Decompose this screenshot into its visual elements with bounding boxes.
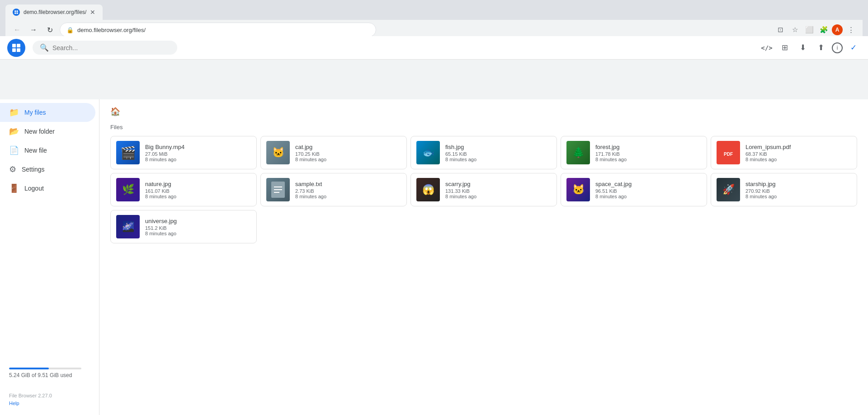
browser-tab-active[interactable]: demo.filebrowser.org/files/ ✕: [5, 5, 103, 20]
tab-group-icon[interactable]: ⬜: [803, 23, 816, 36]
address-bar[interactable]: 🔒: [60, 23, 376, 37]
home-icon[interactable]: 🏠: [110, 107, 120, 117]
file-size: 170.25 KiB: [295, 151, 401, 157]
search-icon: 🔍: [40, 43, 49, 52]
bookmark-icon[interactable]: ☆: [788, 23, 801, 36]
file-card[interactable]: 🚀 starship.jpg 270.92 KiB 8 minutes ago: [711, 173, 857, 206]
svg-rect-1: [17, 10, 18, 12]
file-thumbnail: 🌲: [566, 141, 590, 164]
svg-rect-6: [12, 48, 16, 52]
file-size: 161.07 KiB: [145, 188, 251, 194]
reload-button[interactable]: ↻: [43, 23, 56, 36]
svg-rect-3: [17, 13, 18, 14]
browser-tabs: demo.filebrowser.org/files/ ✕: [5, 4, 863, 20]
profile-button[interactable]: A: [832, 24, 843, 35]
file-size: 270.92 KiB: [745, 188, 851, 194]
code-editor-button[interactable]: </>: [760, 41, 774, 55]
file-thumbnail: 🐱: [566, 178, 590, 201]
url-input[interactable]: [77, 27, 369, 33]
logo-icon: [11, 42, 22, 53]
sidebar-label-new-file: New file: [24, 147, 47, 154]
file-info: scarry.jpg 131.33 KiB 8 minutes ago: [445, 181, 551, 199]
file-date: 8 minutes ago: [445, 157, 551, 162]
back-button[interactable]: ←: [11, 23, 24, 36]
sidebar-item-my-files[interactable]: 📁 My files: [0, 103, 95, 122]
file-card[interactable]: 😱 scarry.jpg 131.33 KiB 8 minutes ago: [410, 173, 557, 206]
check-button[interactable]: ✓: [846, 41, 861, 55]
file-thumbnail: 🐱: [266, 141, 290, 164]
lock-icon: 🔒: [66, 27, 74, 33]
extension-icon[interactable]: 🧩: [817, 23, 830, 36]
sidebar-label-new-folder: New folder: [24, 128, 55, 135]
file-thumbnail: PDF: [717, 141, 740, 164]
file-name: sample.txt: [295, 181, 401, 187]
file-date: 8 minutes ago: [745, 194, 851, 199]
sidebar-item-logout[interactable]: 🚪 Logout: [0, 179, 95, 198]
file-card[interactable]: 🐟 fish.jpg 65.15 KiB 8 minutes ago: [410, 136, 557, 169]
image-thumb-icon: 🐱: [272, 147, 284, 159]
file-thumbnail: 🐟: [416, 141, 440, 164]
image-thumb-icon: 🐟: [422, 147, 434, 159]
image-thumb-icon: 🌲: [572, 147, 585, 159]
file-size: 2.73 KiB: [295, 188, 401, 194]
main-layout: 📁 My files 📂 New folder 📄 New file ⚙ Set…: [0, 99, 868, 415]
menu-button[interactable]: ⋮: [844, 23, 857, 36]
file-date: 8 minutes ago: [145, 157, 251, 162]
file-info: forest.jpg 171.78 KiB 8 minutes ago: [595, 144, 701, 162]
folder-plus-icon: 📂: [9, 126, 19, 136]
sidebar-item-new-folder[interactable]: 📂 New folder: [0, 122, 95, 141]
file-date: 8 minutes ago: [445, 194, 551, 199]
svg-rect-7: [17, 48, 20, 52]
file-card[interactable]: PDF Lorem_ipsum.pdf 68.37 KiB 8 minutes …: [711, 136, 857, 169]
file-thumbnail: 🌿: [116, 178, 140, 201]
browser-chrome: demo.filebrowser.org/files/ ✕ ← → ↻ 🔒 ⊡ …: [0, 0, 868, 40]
image-thumb-icon: 🌿: [122, 184, 134, 196]
grid-view-button[interactable]: ⊞: [778, 41, 792, 55]
file-card[interactable]: 🌿 nature.jpg 161.07 KiB 8 minutes ago: [110, 173, 257, 206]
file-size: 96.51 KiB: [595, 188, 701, 194]
translate-icon[interactable]: ⊡: [774, 23, 787, 36]
file-info: Big Bunny.mp4 27.05 MiB 8 minutes ago: [145, 144, 251, 162]
file-thumbnail: 🌌: [116, 215, 140, 238]
file-size: 27.05 MiB: [145, 151, 251, 157]
svg-rect-2: [14, 13, 16, 14]
file-thumbnail: 🚀: [717, 178, 740, 201]
file-card[interactable]: 🌲 forest.jpg 171.78 KiB 8 minutes ago: [561, 136, 707, 169]
files-section-label: Files: [110, 124, 857, 131]
file-name: nature.jpg: [145, 181, 251, 187]
file-card[interactable]: sample.txt 2.73 KiB 8 minutes ago: [260, 173, 407, 206]
file-card[interactable]: 🎬 Big Bunny.mp4 27.05 MiB 8 minutes ago: [110, 136, 257, 169]
file-info: space_cat.jpg 96.51 KiB 8 minutes ago: [595, 181, 701, 199]
help-link[interactable]: Help: [9, 401, 19, 406]
toolbar-actions: ⊡ ☆ ⬜ 🧩 A ⋮: [774, 23, 857, 36]
file-date: 8 minutes ago: [145, 194, 251, 199]
forward-button[interactable]: →: [27, 23, 40, 36]
file-name: cat.jpg: [295, 144, 401, 150]
file-info: nature.jpg 161.07 KiB 8 minutes ago: [145, 181, 251, 199]
sidebar-item-new-file[interactable]: 📄 New file: [0, 141, 95, 160]
image-thumb-icon: 😱: [422, 184, 434, 196]
file-thumbnail: 😱: [416, 178, 440, 201]
upload-button[interactable]: ⬆: [814, 41, 828, 55]
file-date: 8 minutes ago: [145, 231, 251, 236]
file-grid: 🎬 Big Bunny.mp4 27.05 MiB 8 minutes ago …: [110, 136, 857, 243]
download-button[interactable]: ⬇: [796, 41, 810, 55]
file-card[interactable]: 🐱 space_cat.jpg 96.51 KiB 8 minutes ago: [561, 173, 707, 206]
file-card[interactable]: 🌌 universe.jpg 151.2 KiB 8 minutes ago: [110, 210, 257, 243]
tab-close-button[interactable]: ✕: [90, 9, 95, 16]
svg-rect-5: [17, 44, 20, 47]
file-info: starship.jpg 270.92 KiB 8 minutes ago: [745, 181, 851, 199]
txt-icon: [271, 182, 285, 198]
storage-bar: [9, 368, 81, 369]
storage-bar-fill: [9, 368, 49, 369]
file-card[interactable]: 🐱 cat.jpg 170.25 KiB 8 minutes ago: [260, 136, 407, 169]
file-name: universe.jpg: [145, 218, 251, 224]
file-info: Lorem_ipsum.pdf 68.37 KiB 8 minutes ago: [745, 144, 851, 162]
version-info: File Browser 2.27.0 Help: [0, 388, 99, 411]
search-box[interactable]: 🔍: [33, 41, 177, 55]
file-info: fish.jpg 65.15 KiB 8 minutes ago: [445, 144, 551, 162]
sidebar-item-settings[interactable]: ⚙ Settings: [0, 160, 95, 179]
info-button[interactable]: i: [832, 42, 843, 53]
file-date: 8 minutes ago: [745, 157, 851, 162]
search-input[interactable]: [52, 44, 170, 51]
